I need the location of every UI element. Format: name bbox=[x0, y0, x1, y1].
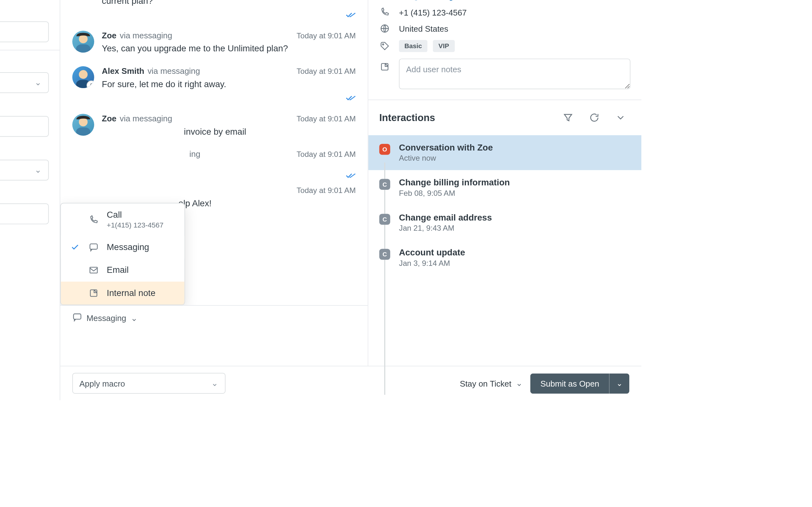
message-time: Today at 9:01 AM bbox=[297, 67, 356, 76]
composer-channel-selector[interactable]: Messaging ⌄ bbox=[72, 312, 138, 324]
macro-select[interactable]: Apply macro ⌄ bbox=[72, 373, 225, 394]
macro-placeholder: Apply macro bbox=[79, 379, 125, 388]
message: Zoe via messaging Today at 9:01 AM invoi… bbox=[72, 108, 356, 144]
chevron-down-icon: ⌄ bbox=[35, 78, 42, 88]
channel-messaging-label: Messaging bbox=[107, 242, 149, 252]
message-time: Today at 9:01 AM bbox=[297, 186, 356, 195]
chevron-down-icon: ⌄ bbox=[211, 378, 218, 388]
submit-label: Submit as Open bbox=[531, 373, 609, 394]
mail-icon bbox=[379, 0, 391, 1]
messages-list: current plan? Zoe via messaging Today at… bbox=[60, 0, 368, 305]
user-email[interactable]: zoe@lovesdogs.com bbox=[399, 0, 475, 0]
read-receipt-icon bbox=[102, 11, 356, 20]
ticket-properties-panel: Assignee Alex Smith Followers Form Regul… bbox=[0, 0, 60, 400]
svg-rect-27 bbox=[76, 44, 90, 53]
message-body: For sure, let me do it right away. bbox=[102, 78, 356, 91]
streamer-field[interactable]: ZoeStreamer bbox=[0, 204, 49, 224]
chevron-down-icon: ⌄ bbox=[516, 378, 523, 388]
globe-icon bbox=[379, 23, 391, 33]
interaction-item[interactable]: C Account update Jan 3, 9:14 AM bbox=[368, 240, 641, 275]
messaging-icon bbox=[72, 312, 82, 324]
form-select[interactable]: Regular Form ⌄ bbox=[0, 72, 49, 93]
refresh-interactions-button[interactable] bbox=[585, 108, 604, 127]
channel-option-call[interactable]: Call +1(415) 123-4567 bbox=[61, 204, 185, 236]
interaction-title: Conversation with Zoe bbox=[399, 143, 493, 153]
svg-rect-32 bbox=[76, 127, 90, 135]
user-tag[interactable]: Basic bbox=[399, 40, 427, 52]
user-country: United States bbox=[399, 24, 448, 33]
interaction-status-badge: C bbox=[379, 214, 391, 225]
user-notes-row bbox=[379, 59, 630, 91]
channel-option-messaging[interactable]: Messaging bbox=[61, 236, 185, 259]
message: Zoe via messaging Today at 9:01 AM Yes, … bbox=[72, 25, 356, 61]
ticket-footer: Apply macro ⌄ Stay on Ticket ⌄ Submit as… bbox=[60, 366, 641, 400]
interaction-title: Change email address bbox=[399, 213, 492, 222]
tags-field[interactable]: VIP bbox=[0, 116, 49, 137]
svg-point-30 bbox=[90, 83, 92, 86]
message-time: Today at 9:01 AM bbox=[297, 32, 356, 40]
interaction-status-badge: C bbox=[379, 179, 391, 190]
message-author: Zoe bbox=[102, 31, 116, 40]
user-email-row: zoe@lovesdogs.com bbox=[379, 0, 630, 1]
avatar bbox=[72, 31, 94, 53]
message-body: current plan? bbox=[102, 0, 356, 8]
user-details: zoe@lovesdogs.com +1 (415) 123-4567 Unit… bbox=[368, 0, 641, 100]
message: Alex Smith via messaging Today at 9:01 A… bbox=[72, 61, 356, 108]
avatar bbox=[72, 114, 94, 135]
chevron-down-icon: ⌄ bbox=[131, 313, 138, 323]
form-label: Form bbox=[0, 58, 49, 67]
svg-point-47 bbox=[383, 44, 384, 45]
message-via: via messaging bbox=[148, 66, 200, 75]
message-time: Today at 9:01 AM bbox=[297, 114, 356, 123]
channel-note-label: Internal note bbox=[107, 288, 155, 298]
messaging-icon bbox=[88, 242, 99, 252]
mail-icon bbox=[88, 265, 99, 275]
user-tag[interactable]: VIP bbox=[433, 40, 455, 52]
chevron-down-icon: ⌄ bbox=[35, 165, 42, 175]
read-receipt-icon bbox=[102, 172, 356, 181]
channel-call-number: +1(415) 123-4567 bbox=[107, 221, 164, 229]
interaction-time: Feb 08, 9:05 AM bbox=[399, 188, 510, 198]
external-note-icon bbox=[379, 62, 391, 72]
followers-label: Followers bbox=[0, 7, 49, 16]
interactions-list: O Conversation with Zoe Active now C Cha… bbox=[368, 135, 641, 400]
message: ing Today at 9:01 AM bbox=[72, 144, 356, 186]
followers-field[interactable] bbox=[0, 21, 49, 43]
svg-rect-33 bbox=[90, 244, 97, 249]
conversation-panel: Conversation with Zoe Via messaging | Ac… bbox=[60, 0, 368, 400]
message-body: invoice by email bbox=[102, 125, 356, 138]
svg-rect-35 bbox=[90, 290, 97, 297]
filter-interactions-button[interactable] bbox=[558, 108, 578, 127]
interaction-item[interactable]: C Change email address Jan 21, 9:43 AM bbox=[368, 205, 641, 240]
avatar bbox=[72, 66, 94, 88]
interactions-title: Interactions bbox=[379, 112, 552, 123]
interaction-time: Jan 3, 9:14 AM bbox=[399, 259, 465, 268]
user-phone: +1 (415) 123-4567 bbox=[399, 8, 467, 17]
user-locale-row: United States bbox=[379, 23, 630, 33]
check-icon bbox=[69, 243, 81, 251]
phone-icon bbox=[379, 7, 391, 17]
message-body: Yes, can you upgrade me to the Unlimited… bbox=[102, 42, 356, 55]
channel-option-internal-note[interactable]: Internal note bbox=[61, 282, 185, 304]
message-author: Alex Smith bbox=[102, 66, 144, 75]
interaction-status-badge: O bbox=[379, 144, 391, 155]
channel-email-label: Email bbox=[107, 265, 129, 275]
interactions-header: Interactions bbox=[368, 100, 641, 135]
message-via: via messaging bbox=[119, 31, 172, 40]
priority-select[interactable]: High ⌄ bbox=[0, 160, 49, 181]
collapse-interactions-button[interactable] bbox=[611, 108, 630, 127]
stay-label: Stay on Ticket bbox=[460, 379, 512, 388]
interaction-item[interactable]: C Change billing information Feb 08, 9:0… bbox=[368, 170, 641, 205]
stay-on-ticket-select[interactable]: Stay on Ticket ⌄ bbox=[460, 378, 523, 388]
channel-option-email[interactable]: Email bbox=[61, 259, 185, 281]
submit-caret[interactable]: ⌄ bbox=[609, 373, 629, 394]
streamer-label: Streamer user name bbox=[0, 189, 49, 198]
priority-label: Priority bbox=[0, 146, 49, 154]
svg-rect-48 bbox=[382, 63, 388, 70]
svg-point-28 bbox=[79, 70, 88, 79]
user-notes-textarea[interactable] bbox=[399, 59, 630, 89]
interaction-item[interactable]: O Conversation with Zoe Active now bbox=[368, 135, 641, 170]
note-icon bbox=[88, 288, 99, 298]
submit-button[interactable]: Submit as Open ⌄ bbox=[531, 373, 629, 394]
composer-channel-label: Messaging bbox=[87, 314, 126, 323]
